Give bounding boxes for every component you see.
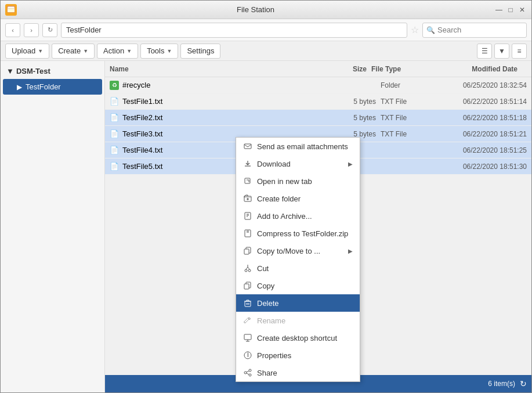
svg-rect-1 [8,8,15,12]
file-icon: 📄 [110,162,119,171]
sidebar-section-label: DSM-Test [16,67,50,75]
titlebar: File Station — □ ✕ [1,1,531,19]
svg-point-11 [248,269,251,272]
context-menu-item-cut[interactable]: Cut [236,259,360,277]
refresh-nav-button[interactable]: ↻ [42,23,57,37]
search-input[interactable] [437,26,513,34]
table-row[interactable]: 📄TestFile1.txt 5 bytes TXT File 06/22/20… [105,93,531,110]
col-name-header: Name [110,65,320,73]
row-date: 06/22/2020 18:51:18 [434,114,527,122]
download-icon [243,159,252,168]
delete-icon [243,298,252,308]
context-menu-item-share[interactable]: Share [236,364,360,381]
row-name: 📄TestFile1.txt [110,97,330,106]
svg-point-20 [249,374,251,376]
submenu-arrow-icon: ▶ [348,248,353,254]
create-folder-icon [243,194,252,203]
svg-rect-2 [244,144,251,149]
upload-arrow-icon: ▼ [38,48,43,54]
forward-button[interactable]: › [24,23,39,37]
context-menu-item-create-folder[interactable]: Create folder [236,190,360,207]
folder-icon: ▶ [17,83,22,91]
properties-icon: i [243,351,252,360]
details-view-button[interactable]: ≡ [512,44,527,59]
context-menu-item-copy-move[interactable]: Copy to/Move to ... ▶ [236,242,360,259]
context-menu: Send as email attachments Download ▶ Ope… [236,137,360,382]
view-dropdown-button[interactable]: ▼ [494,44,509,59]
context-menu-item-rename: Rename [236,312,360,329]
action-arrow-icon: ▼ [126,48,132,54]
ctx-item-label: Open in new tab [257,177,312,186]
copy-icon [243,281,252,290]
row-date: 06/25/2020 18:32:54 [434,81,527,89]
svg-rect-13 [244,284,249,289]
ctx-item-label: Rename [257,316,285,325]
tools-arrow-icon: ▼ [167,48,172,54]
add-archive-icon [243,211,252,221]
sidebar-section: ▼ DSM-Test ▶ TestFolder [1,61,104,97]
ctx-item-label: Copy [257,282,274,290]
sidebar-item-testfolder[interactable]: ▶ TestFolder [3,79,102,95]
row-name: 📄TestFile2.txt [110,113,330,122]
svg-rect-15 [244,334,251,340]
back-button[interactable]: ‹ [5,23,20,37]
ctx-item-label: Create desktop shortcut [257,334,337,342]
context-menu-item-download[interactable]: Download ▶ [236,155,360,172]
context-menu-item-delete[interactable]: Delete [236,294,360,312]
send-email-icon [243,142,252,151]
table-row[interactable]: ♻#recycle Folder 06/25/2020 18:32:54 [105,77,531,93]
row-date: 06/22/2020 18:51:14 [434,98,527,106]
submenu-arrow-icon: ▶ [348,161,353,167]
compress-icon [243,229,252,238]
minimize-button[interactable]: — [494,5,504,15]
action-button[interactable]: Action ▼ [97,44,138,59]
row-name: ♻#recycle [110,81,330,90]
bookmark-icon[interactable]: ☆ [411,24,419,35]
search-icon: 🔍 [426,26,435,34]
context-menu-item-properties[interactable]: i Properties [236,347,360,364]
tools-button[interactable]: Tools ▼ [140,44,178,59]
create-button[interactable]: Create ▼ [52,44,95,59]
context-menu-item-open-new-tab[interactable]: Open in new tab [236,172,360,190]
ctx-item-label: Delete [257,299,279,308]
context-menu-item-compress[interactable]: Compress to TestFolder.zip [236,225,360,242]
settings-button[interactable]: Settings [180,44,220,59]
address-input[interactable] [61,23,407,38]
context-menu-item-copy[interactable]: Copy [236,277,360,294]
svg-rect-3 [245,178,250,183]
svg-text:i: i [247,351,249,359]
ctx-item-label: Download [257,160,291,168]
app-icon [5,4,17,16]
sidebar-section-header[interactable]: ▼ DSM-Test [1,63,104,79]
upload-label: Upload [12,46,35,55]
svg-line-4 [247,180,249,182]
file-icon: 📄 [110,146,119,154]
svg-point-10 [245,269,247,272]
maximize-button[interactable]: □ [506,5,515,15]
col-type-header: File Type [367,65,425,73]
cut-icon [243,264,252,273]
close-button[interactable]: ✕ [517,5,527,15]
ctx-item-label: Copy to/Move to ... [257,247,320,255]
table-row[interactable]: 📄TestFile2.txt 5 bytes TXT File 06/22/20… [105,110,531,126]
upload-button[interactable]: Upload ▼ [5,44,49,59]
ctx-item-label: Share [257,369,277,377]
addressbar: ‹ › ↻ ☆ 🔍 [1,19,531,41]
share-icon [243,368,252,377]
settings-label: Settings [187,46,214,55]
context-menu-item-send-email[interactable]: Send as email attachments [236,138,360,155]
context-menu-item-add-archive[interactable]: Add to Archive... [236,207,360,225]
refresh-button[interactable]: ↻ [520,379,527,388]
window-title: File Station [17,5,494,14]
ctx-item-label: Properties [257,351,291,360]
file-icon: 📄 [110,113,119,122]
col-date-header: Modified Date [425,65,517,73]
list-view-button[interactable]: ☰ [477,44,492,59]
context-menu-item-desktop-shortcut[interactable]: Create desktop shortcut [236,329,360,347]
col-size-header: Size [320,65,367,73]
desktop-shortcut-icon [243,333,252,342]
svg-point-19 [244,372,247,374]
row-type: Folder [376,81,434,89]
svg-rect-9 [244,249,249,254]
ctx-item-label: Send as email attachments [257,142,348,151]
